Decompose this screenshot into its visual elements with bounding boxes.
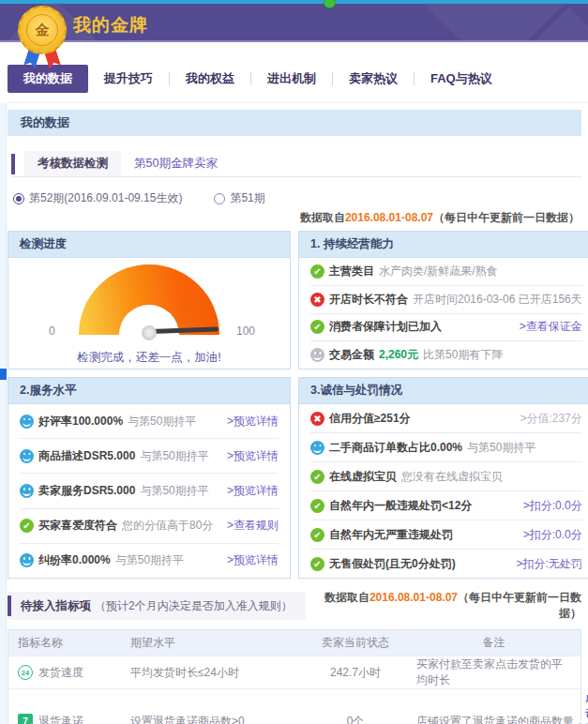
panel-credit-title: 3.诚信与处罚情况: [299, 378, 588, 404]
panel-grid: 检测进度 0 100 检测完成，还差一点，加油! 1. 持续经营能力 ✔ 主: [8, 231, 581, 579]
metric-row: ✔ 消费者保障计划已加入 >查看保证金: [310, 313, 582, 341]
check-icon: ✔: [310, 320, 324, 334]
metric-detail: 您没有在线虚拟宝贝: [401, 469, 503, 485]
check-icon: ✔: [310, 528, 324, 542]
smiley-icon: [20, 484, 34, 498]
tab-faq[interactable]: FAQ与热议: [415, 65, 508, 93]
preview-detail-link[interactable]: >预览详情: [227, 414, 279, 430]
data-source-range: 2016.08.01-08.07: [345, 211, 433, 224]
radio-period-52[interactable]: 第52期(2016.09.01-09.15生效): [13, 190, 182, 206]
subtab-period50-sellers[interactable]: 第50期金牌卖家: [121, 151, 231, 176]
check-icon: ✔: [20, 519, 34, 533]
radio-unselected-icon[interactable]: [214, 193, 225, 204]
transaction-amount: 2,260元: [379, 347, 418, 363]
table-row: 7 退货承诺 设置退货承诺商品数>0 0个 店铺设置了退货承诺的商品数量， 点击…: [8, 689, 580, 724]
metric-label: 卖家服务DSR5.000: [38, 483, 135, 499]
radio-label: 第52期(2016.09.01-09.15生效): [29, 190, 182, 206]
tab-improve-skills[interactable]: 提升技巧: [88, 65, 169, 93]
metric-label: 商品描述DSR5.000: [38, 448, 135, 464]
metric-detail: 与第50期持平: [467, 440, 535, 456]
metric-label: 二手商品订单数占比0.00%: [329, 440, 462, 456]
deduction-link[interactable]: >扣分:0.0分: [523, 527, 582, 543]
nav-tabs: 我的数据 提升技巧 我的权益 进出机制 卖家热议 FAQ与热议: [8, 65, 588, 103]
metric-row: 纠纷率0.000% 与第50期持平 >预览详情: [20, 543, 279, 578]
smiley-icon: [20, 553, 34, 567]
progress-gauge: 0 100: [41, 262, 257, 335]
metric-label: 开店时长不符合: [329, 292, 408, 308]
metric-target: 平均发货时长≤24小时: [121, 665, 304, 681]
metric-label: 好评率100.000%: [38, 414, 123, 430]
section-title: 我的数据: [8, 110, 581, 136]
metric-remark-text: 店铺设置了退货承诺的商品数量，: [416, 714, 585, 724]
cross-icon: ✖: [310, 412, 324, 426]
sub-tabs: 考核数据检测 第50期金牌卖家: [11, 151, 581, 177]
radio-selected-icon[interactable]: [13, 193, 24, 204]
metric-detail: 与第50期持平: [140, 483, 208, 499]
tab-my-benefits[interactable]: 我的权益: [170, 65, 250, 93]
metric-label: 无售假处罚(且无0分处罚): [329, 556, 456, 572]
main-content: 我的数据 考核数据检测 第50期金牌卖家 第52期(2016.09.01-09.…: [8, 110, 581, 724]
metric-detail: 水产肉类/新鲜蔬果/熟食: [379, 264, 498, 279]
metric-row: ✖ 开店时长不符合 开店时间2016-03-06 已开店156天: [310, 285, 582, 313]
view-rules-link[interactable]: >查看规则: [227, 518, 279, 534]
metric-label: 消费者保障计划已加入: [329, 319, 442, 335]
view-deposit-link[interactable]: >查看保证金: [520, 319, 582, 335]
metric-row: 二手商品订单数占比0.00% 与第50期持平: [310, 432, 582, 461]
pending-metrics-table: 指标名称 期望水平 卖家当前状态 备注 24 发货速度 平均发货时长≤24小时 …: [8, 629, 581, 724]
subtab-accent-bar: [11, 154, 15, 174]
metric-label: 纠纷率0.000%: [38, 552, 111, 568]
radio-period-51[interactable]: 第51期: [214, 190, 264, 206]
col-current-status: 卖家当前状态: [304, 635, 407, 651]
gauge-hub: [142, 325, 157, 340]
check-icon: ✔: [310, 470, 324, 484]
col-expected-level: 期望水平: [121, 635, 304, 651]
metric-row: ✖ 信用分值≥251分 >分值:237分: [310, 404, 582, 432]
preview-detail-link[interactable]: >预览详情: [227, 483, 279, 499]
metric-remark: 店铺设置了退货承诺的商品数量， 点击设置: [407, 689, 588, 724]
metric-current: 242.7小时: [304, 665, 407, 681]
gauge-body: 0 100 检测完成，还差一点，加油!: [8, 258, 290, 369]
tab-entry-exit[interactable]: 进出机制: [251, 65, 332, 93]
speed-24h-icon: 24: [18, 665, 33, 680]
metric-label: 主营类目: [329, 264, 374, 279]
metric-row: 交易金额 2,260元 比第50期有下降: [310, 340, 582, 369]
subtab-assessment-data[interactable]: 考核数据检测: [24, 151, 121, 176]
col-remark: 备注: [407, 635, 580, 651]
metric-row: ✔ 自然年内一般违规处罚<12分 >扣分:0.0分: [310, 490, 582, 520]
period-selector: 第52期(2016.09.01-09.15生效) 第51期: [13, 190, 581, 206]
deduction-link[interactable]: >扣分:无处罚: [516, 556, 581, 572]
return-7day-icon: 7: [18, 714, 33, 724]
page-left-margin: [0, 103, 7, 724]
data-source-suffix: （每日中午更新前一日数据）: [458, 591, 581, 620]
metric-detail: 开店时间2016-03-06 已开店156天: [413, 292, 582, 308]
panel-progress: 检测进度 0 100 检测完成，还差一点，加油!: [8, 231, 291, 370]
data-source-suffix: （每日中午更新前一日数据）: [433, 211, 580, 224]
panel-business-capability: 1. 持续经营能力 ✔ 主营类目 水产肉类/新鲜蔬果/熟食 ✖ 开店时长不符合 …: [298, 231, 588, 370]
panel-business-title: 1. 持续经营能力: [299, 232, 588, 258]
data-source-range: 2016.08.01-08.07: [369, 591, 458, 604]
radio-label: 第51期: [230, 190, 264, 206]
panel-credit-penalty: 3.诚信与处罚情况 ✖ 信用分值≥251分 >分值:237分 二手商品订单数占比…: [298, 377, 588, 579]
tab-my-data[interactable]: 我的数据: [8, 65, 88, 93]
metric-label: 买家喜爱度符合: [38, 518, 117, 534]
neutral-face-icon: [310, 348, 324, 362]
metric-label: 在线虚拟宝贝: [329, 469, 397, 485]
page-title: 我的金牌: [73, 13, 148, 38]
pending-title: 待接入指标项: [21, 598, 91, 614]
cross-icon: ✖: [310, 293, 324, 307]
left-edge-marker: [0, 369, 7, 380]
preview-detail-link[interactable]: >预览详情: [227, 552, 279, 568]
metric-row: ✔ 在线虚拟宝贝 您没有在线虚拟宝贝: [310, 461, 582, 490]
gold-medal-icon: 金: [15, 6, 71, 64]
panel-progress-title: 检测进度: [8, 232, 290, 258]
metric-target: 设置退货承诺商品数>0: [121, 714, 304, 724]
metric-detail: 比第50期有下降: [423, 347, 503, 363]
tab-seller-discussion[interactable]: 卖家热议: [333, 65, 414, 93]
metric-current: 0个: [304, 714, 407, 724]
smiley-icon: [20, 449, 34, 463]
gauge-min-label: 0: [49, 324, 55, 338]
preview-detail-link[interactable]: >预览详情: [227, 448, 279, 464]
metric-name: 退货承诺: [38, 714, 83, 724]
gauge-max-label: 100: [236, 324, 255, 338]
deduction-link[interactable]: >扣分:0.0分: [523, 498, 582, 514]
